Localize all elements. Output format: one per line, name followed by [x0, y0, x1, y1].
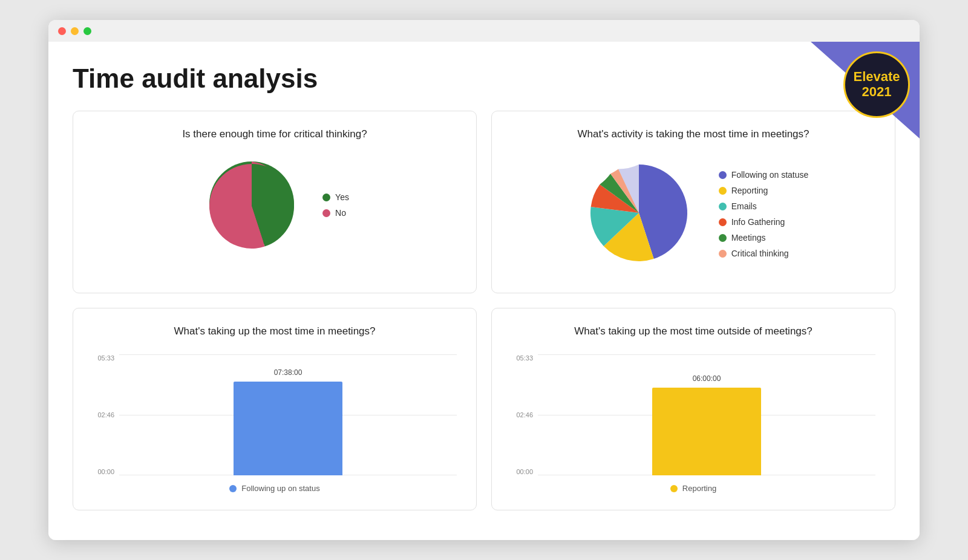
bar1-value-label: 07:38:00 — [274, 368, 302, 377]
yes-dot — [322, 194, 330, 201]
y-label-top2: 05:33 — [516, 354, 533, 362]
app-window: Elevate 2021 Time audit analysis Is ther… — [48, 20, 920, 540]
badge-line1: Elevate — [853, 70, 900, 84]
pie1-legend: Yes No — [322, 192, 349, 218]
bars-area-1: 07:38:00 — [119, 354, 457, 475]
reporting-label: Reporting — [731, 186, 768, 195]
bar-1: 07:38:00 — [234, 382, 342, 475]
meetings-dot — [719, 234, 727, 242]
card2-title: What's activity is taking the most time … — [506, 128, 880, 140]
maximize-dot[interactable] — [83, 27, 91, 35]
legend-critical-thinking: Critical thinking — [719, 249, 809, 258]
bars-area-2: 06:00:00 — [538, 354, 875, 475]
page-title: Time audit analysis — [73, 63, 895, 94]
y-label-bot2: 00:00 — [516, 468, 533, 475]
y-label-bot1: 00:00 — [97, 468, 114, 475]
pie2-container: Following on statuse Reporting Emails — [506, 152, 880, 276]
meetings-label: Meetings — [731, 233, 766, 243]
bar-chart-2-inner: 05:33 02:46 00:00 — [506, 354, 880, 475]
reporting-dot — [719, 187, 727, 195]
legend-following: Following on statuse — [719, 170, 809, 180]
bar-chart-1: 05:33 02:46 00:00 — [88, 350, 462, 493]
bar-chart-1-inner: 05:33 02:46 00:00 — [88, 354, 462, 475]
no-dot — [322, 209, 330, 217]
y-axis-2: 05:33 02:46 00:00 — [506, 354, 538, 475]
legend-info-gathering: Info Gathering — [719, 217, 809, 227]
following-label: Following on statuse — [731, 170, 809, 180]
pie1-chart — [200, 152, 303, 258]
bar2-value-label: 06:00:00 — [693, 374, 721, 383]
legend-meetings: Meetings — [719, 233, 809, 243]
bar-2: 06:00:00 — [652, 388, 761, 475]
bar-legend-dot-1 — [229, 485, 237, 492]
card-meeting-activities: What's activity is taking the most time … — [491, 111, 895, 293]
pie2-legend: Following on statuse Reporting Emails — [719, 170, 809, 258]
bar-legend-1: Following up on status — [88, 484, 462, 493]
bar-chart-2: 05:33 02:46 00:00 — [506, 350, 880, 493]
bar-legend-dot-2 — [670, 485, 678, 492]
legend-reporting: Reporting — [719, 186, 809, 195]
card1-title: Is there enough time for critical thinki… — [88, 128, 462, 140]
bar-legend-label-1: Following up on status — [241, 484, 319, 493]
card-meetings-time: What's taking up the most time in meetin… — [73, 308, 477, 510]
emails-label: Emails — [731, 201, 757, 211]
pie1-container: Yes No — [88, 152, 462, 258]
bar2-fill — [652, 388, 761, 475]
minimize-dot[interactable] — [71, 27, 79, 35]
yes-label: Yes — [335, 192, 349, 202]
y-label-mid2: 02:46 — [516, 411, 533, 418]
charts-grid: Is there enough time for critical thinki… — [73, 111, 895, 510]
y-axis-1: 05:33 02:46 00:00 — [88, 354, 119, 475]
emails-dot — [719, 203, 727, 210]
pie2-chart — [578, 152, 699, 276]
card-outside-meetings: What's taking up the most time outside o… — [491, 308, 895, 510]
following-dot — [719, 171, 727, 179]
card4-title: What's taking up the most time outside o… — [506, 325, 880, 337]
info-gathering-dot — [719, 218, 727, 226]
no-label: No — [335, 208, 346, 218]
bar-legend-2: Reporting — [506, 484, 880, 493]
main-content: Elevate 2021 Time audit analysis Is ther… — [48, 42, 920, 540]
close-dot[interactable] — [58, 27, 66, 35]
critical-thinking-dot — [719, 250, 727, 258]
badge-line2: 2021 — [862, 84, 892, 100]
info-gathering-label: Info Gathering — [731, 217, 785, 227]
y-label-top1: 05:33 — [97, 354, 114, 362]
legend-emails: Emails — [719, 201, 809, 211]
card3-title: What's taking up the most time in meetin… — [88, 325, 462, 337]
y-label-mid1: 02:46 — [97, 411, 114, 418]
card-critical-thinking: Is there enough time for critical thinki… — [73, 111, 477, 293]
bar-legend-label-2: Reporting — [682, 484, 716, 493]
titlebar — [48, 20, 920, 42]
critical-thinking-label: Critical thinking — [731, 249, 789, 258]
legend-yes: Yes — [322, 192, 349, 202]
elevate-badge: Elevate 2021 — [843, 51, 910, 118]
bar1-fill — [234, 382, 342, 475]
legend-no: No — [322, 208, 349, 218]
